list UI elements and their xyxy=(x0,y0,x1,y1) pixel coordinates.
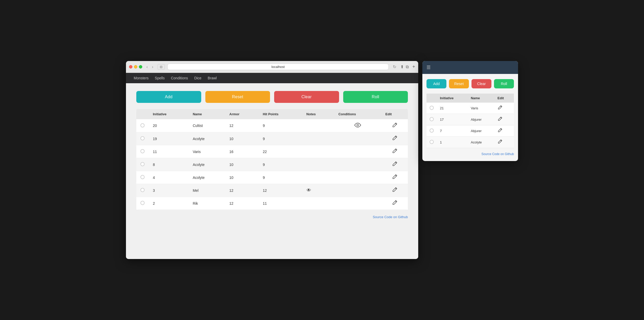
edit-cell[interactable] xyxy=(381,132,408,145)
notes-cell xyxy=(302,197,334,210)
edit-cell[interactable] xyxy=(381,171,408,184)
back-button[interactable]: ‹ xyxy=(145,64,149,70)
side-edit-cell[interactable] xyxy=(495,137,514,148)
side-radio-button[interactable] xyxy=(430,117,434,121)
side-initiative-cell: 7 xyxy=(437,125,468,137)
side-name-cell: Varis xyxy=(468,103,494,114)
conditions-eye-icon[interactable] xyxy=(354,122,361,129)
radio-button[interactable] xyxy=(140,136,145,140)
notes-cell xyxy=(302,145,334,158)
edit-icon[interactable] xyxy=(392,136,397,142)
side-edit-icon[interactable] xyxy=(498,117,502,122)
notes-cell: 👁 xyxy=(302,184,334,197)
hp-cell: 11 xyxy=(259,197,302,210)
side-panel-nav: ☰ xyxy=(422,61,518,74)
side-radio-button[interactable] xyxy=(430,128,434,133)
url-bar[interactable] xyxy=(167,64,389,70)
edit-icon[interactable] xyxy=(392,201,397,206)
side-edit-icon[interactable] xyxy=(498,140,502,145)
radio-button[interactable] xyxy=(140,175,145,179)
edit-icon[interactable] xyxy=(392,188,397,193)
side-col-initiative: Initiative xyxy=(437,94,468,103)
radio-button[interactable] xyxy=(140,162,145,166)
side-name-cell[interactable]: Acolyte xyxy=(468,137,494,148)
armor-cell: 10 xyxy=(225,132,259,145)
edit-cell[interactable] xyxy=(381,119,408,132)
side-roll-button[interactable]: Roll xyxy=(494,79,514,88)
roll-button[interactable]: Roll xyxy=(343,91,408,103)
source-link[interactable]: Source Code on Github xyxy=(136,210,408,219)
name-cell[interactable]: Cultist xyxy=(189,119,225,132)
edit-icon[interactable] xyxy=(392,149,397,155)
side-add-button[interactable]: Add xyxy=(426,79,446,88)
main-browser-window: ‹ › ⊡ ↻ ⬆ ⧉ + Monsters Spells Conditions… xyxy=(126,61,418,259)
share-button[interactable]: ⬆ xyxy=(400,64,404,69)
side-edit-cell[interactable] xyxy=(495,114,514,125)
nav-dice[interactable]: Dice xyxy=(194,76,201,80)
name-cell[interactable]: Acolyte xyxy=(189,158,225,171)
radio-button[interactable] xyxy=(140,149,145,153)
side-edit-cell[interactable] xyxy=(495,125,514,137)
edit-icon[interactable] xyxy=(392,175,397,180)
side-reset-button[interactable]: Reset xyxy=(449,79,469,88)
radio-button[interactable] xyxy=(140,201,145,205)
edit-icon[interactable] xyxy=(392,162,397,167)
new-tab-button[interactable]: ⧉ xyxy=(406,64,409,69)
side-source-link[interactable]: Source Code on Github xyxy=(426,148,514,156)
hamburger-icon[interactable]: ☰ xyxy=(426,65,431,70)
side-edit-icon[interactable] xyxy=(498,128,502,134)
conditions-cell xyxy=(334,145,381,158)
edit-icon[interactable] xyxy=(392,124,397,129)
side-radio-button[interactable] xyxy=(430,106,434,110)
tab-view-button[interactable]: ⊡ xyxy=(158,64,165,70)
armor-cell: 12 xyxy=(225,119,259,132)
initiative-table: Initiative Name Armor Hit Points Notes C… xyxy=(136,109,408,210)
nav-spells[interactable]: Spells xyxy=(155,76,165,80)
side-row-radio-cell xyxy=(426,137,437,148)
side-row-radio-cell xyxy=(426,125,437,137)
table-header-row: Initiative Name Armor Hit Points Notes C… xyxy=(136,109,408,119)
traffic-lights xyxy=(129,65,142,68)
maximize-button[interactable] xyxy=(139,65,142,68)
name-cell[interactable]: Acolyte xyxy=(189,132,225,145)
forward-button[interactable]: › xyxy=(150,64,155,70)
side-edit-cell[interactable] xyxy=(495,103,514,114)
side-initiative-cell: 1 xyxy=(437,137,468,148)
nav-conditions[interactable]: Conditions xyxy=(171,76,188,80)
clear-button[interactable]: Clear xyxy=(274,91,339,103)
refresh-button[interactable]: ↻ xyxy=(391,64,398,70)
hp-cell: 9 xyxy=(259,158,302,171)
close-button[interactable] xyxy=(129,65,132,68)
side-clear-button[interactable]: Clear xyxy=(471,79,491,88)
row-radio-cell xyxy=(136,145,149,158)
app-nav: Monsters Spells Conditions Dice Brawl xyxy=(126,73,418,83)
side-table-row: 17Abjurer xyxy=(426,114,514,125)
col-notes: Notes xyxy=(302,109,334,119)
plus-button[interactable]: + xyxy=(412,64,415,70)
eye-icon[interactable]: 👁 xyxy=(306,188,311,193)
row-radio-cell xyxy=(136,132,149,145)
reset-button[interactable]: Reset xyxy=(205,91,270,103)
armor-cell: 10 xyxy=(225,158,259,171)
name-cell[interactable]: Acolyte xyxy=(189,171,225,184)
nav-brawl[interactable]: Brawl xyxy=(208,76,217,80)
notes-cell xyxy=(302,171,334,184)
table-row: 8Acolyte109 xyxy=(136,158,408,171)
side-edit-icon[interactable] xyxy=(498,106,502,111)
edit-cell[interactable] xyxy=(381,184,408,197)
radio-button[interactable] xyxy=(140,123,145,127)
side-name-cell[interactable]: Abjurer xyxy=(468,125,494,137)
side-name-cell[interactable]: Abjurer xyxy=(468,114,494,125)
add-button[interactable]: Add xyxy=(136,91,201,103)
radio-button[interactable] xyxy=(140,188,145,192)
row-radio-cell xyxy=(136,197,149,210)
edit-cell[interactable] xyxy=(381,145,408,158)
minimize-button[interactable] xyxy=(134,65,137,68)
nav-monsters[interactable]: Monsters xyxy=(134,76,149,80)
conditions-cell xyxy=(334,197,381,210)
edit-cell[interactable] xyxy=(381,197,408,210)
edit-cell[interactable] xyxy=(381,158,408,171)
row-radio-cell xyxy=(136,119,149,132)
main-content: Add Reset Clear Roll Initiative Name Arm… xyxy=(126,83,418,259)
side-radio-button[interactable] xyxy=(430,140,434,144)
